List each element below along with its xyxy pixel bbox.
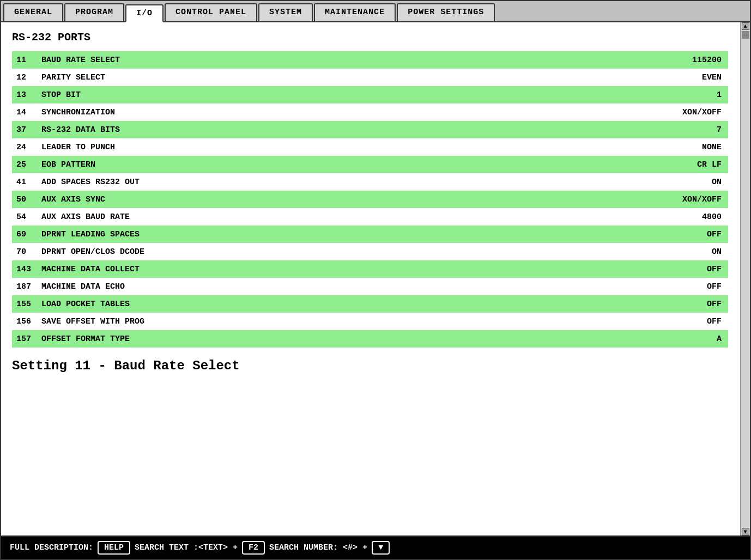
- row-value-41: ON: [608, 178, 728, 187]
- row-label-24: LEADER TO PUNCH: [39, 143, 608, 152]
- row-value-50: XON/XOFF: [608, 195, 728, 204]
- row-number-155: 155: [12, 300, 39, 309]
- setting-row-157[interactable]: 157 OFFSET FORMAT TYPE A: [12, 330, 728, 348]
- row-value-37: 7: [608, 125, 728, 135]
- row-number-37: 37: [12, 125, 39, 135]
- row-label-69: DPRNT LEADING SPACES: [39, 230, 608, 239]
- row-value-70: ON: [608, 247, 728, 257]
- tab-control-panel[interactable]: CONTROL PANEL: [165, 3, 257, 21]
- row-label-11: BAUD RATE SELECT: [39, 56, 608, 65]
- row-value-14: XON/XOFF: [608, 108, 728, 117]
- row-value-24: NONE: [608, 143, 728, 152]
- row-label-155: LOAD POCKET TABLES: [39, 300, 608, 309]
- row-number-24: 24: [12, 143, 39, 152]
- row-label-14: SYNCHRONIZATION: [39, 108, 608, 117]
- row-number-69: 69: [12, 230, 39, 239]
- row-label-70: DPRNT OPEN/CLOS DCODE: [39, 247, 608, 257]
- description-area: Setting 11 - Baud Rate Select: [12, 348, 739, 530]
- row-number-156: 156: [12, 317, 39, 326]
- row-number-13: 13: [12, 90, 39, 100]
- setting-row-25[interactable]: 25 EOB PATTERN CR LF: [12, 156, 728, 173]
- row-number-11: 11: [12, 56, 39, 65]
- row-number-54: 54: [12, 212, 39, 222]
- setting-row-37[interactable]: 37 RS-232 DATA BITS 7: [12, 121, 728, 138]
- setting-row-24[interactable]: 24 LEADER TO PUNCH NONE: [12, 138, 728, 156]
- scroll-up-arrow[interactable]: ▲: [742, 22, 749, 30]
- row-label-41: ADD SPACES RS232 OUT: [39, 178, 608, 187]
- row-label-25: EOB PATTERN: [39, 160, 608, 169]
- row-label-157: OFFSET FORMAT TYPE: [39, 334, 608, 344]
- row-number-70: 70: [12, 247, 39, 257]
- arrow-down-button[interactable]: ▼: [372, 541, 390, 555]
- setting-row-155[interactable]: 155 LOAD POCKET TABLES OFF: [12, 295, 728, 313]
- row-value-11: 115200: [608, 56, 728, 65]
- row-value-155: OFF: [608, 300, 728, 309]
- row-label-143: MACHINE DATA COLLECT: [39, 265, 608, 274]
- help-button[interactable]: HELP: [98, 541, 130, 555]
- row-label-12: PARITY SELECT: [39, 73, 608, 82]
- row-number-187: 187: [12, 282, 39, 291]
- row-number-12: 12: [12, 73, 39, 82]
- row-number-41: 41: [12, 178, 39, 187]
- f2-button[interactable]: F2: [242, 541, 265, 555]
- section-title: RS-232 PORTS: [12, 31, 739, 44]
- full-description-label: FULL DESCRIPTION:: [10, 543, 93, 552]
- setting-row-143[interactable]: 143 MACHINE DATA COLLECT OFF: [12, 260, 728, 278]
- setting-row-13[interactable]: 13 STOP BIT 1: [12, 86, 728, 104]
- row-value-156: OFF: [608, 317, 728, 326]
- setting-row-11[interactable]: 11 BAUD RATE SELECT 115200: [12, 51, 728, 69]
- row-label-54: AUX AXIS BAUD RATE: [39, 212, 608, 222]
- tab-bar: GENERAL PROGRAM I/O CONTROL PANEL SYSTEM…: [1, 1, 750, 22]
- setting-row-14[interactable]: 14 SYNCHRONIZATION XON/XOFF: [12, 104, 728, 121]
- row-value-157: A: [608, 334, 728, 344]
- row-label-13: STOP BIT: [39, 90, 608, 100]
- row-value-143: OFF: [608, 265, 728, 274]
- scroll-thumb[interactable]: [742, 31, 749, 39]
- scrollbar-track[interactable]: ▲ ▼: [740, 22, 750, 535]
- row-number-25: 25: [12, 160, 39, 169]
- search-number-label: SEARCH NUMBER: <#> +: [269, 543, 367, 552]
- row-value-12: EVEN: [608, 73, 728, 82]
- setting-row-70[interactable]: 70 DPRNT OPEN/CLOS DCODE ON: [12, 243, 728, 260]
- settings-list: 11 BAUD RATE SELECT 115200 12 PARITY SEL…: [12, 51, 728, 348]
- setting-row-50[interactable]: 50 AUX AXIS SYNC XON/XOFF: [12, 191, 728, 208]
- setting-row-69[interactable]: 69 DPRNT LEADING SPACES OFF: [12, 226, 728, 243]
- row-value-13: 1: [608, 90, 728, 100]
- content-wrapper: RS-232 PORTS 11 BAUD RATE SELECT 115200 …: [1, 22, 750, 535]
- setting-row-187[interactable]: 187 MACHINE DATA ECHO OFF: [12, 278, 728, 295]
- tab-system[interactable]: SYSTEM: [258, 3, 313, 21]
- row-number-157: 157: [12, 334, 39, 344]
- description-text: Setting 11 - Baud Rate Select: [12, 358, 240, 373]
- setting-row-156[interactable]: 156 SAVE OFFSET WITH PROG OFF: [12, 313, 728, 330]
- row-label-156: SAVE OFFSET WITH PROG: [39, 317, 608, 326]
- main-container: GENERAL PROGRAM I/O CONTROL PANEL SYSTEM…: [0, 0, 751, 560]
- tab-power-settings[interactable]: POWER SETTINGS: [397, 3, 495, 21]
- row-number-50: 50: [12, 195, 39, 204]
- row-label-187: MACHINE DATA ECHO: [39, 282, 608, 291]
- tab-program[interactable]: PROGRAM: [64, 3, 124, 21]
- setting-row-12[interactable]: 12 PARITY SELECT EVEN: [12, 69, 728, 86]
- row-label-50: AUX AXIS SYNC: [39, 195, 608, 204]
- row-number-14: 14: [12, 108, 39, 117]
- tab-maintenance[interactable]: MAINTENANCE: [314, 3, 396, 21]
- setting-row-41[interactable]: 41 ADD SPACES RS232 OUT ON: [12, 173, 728, 191]
- tab-io[interactable]: I/O: [125, 4, 163, 22]
- tab-general[interactable]: GENERAL: [3, 3, 63, 21]
- row-value-69: OFF: [608, 230, 728, 239]
- content-area: RS-232 PORTS 11 BAUD RATE SELECT 115200 …: [1, 22, 750, 535]
- row-value-187: OFF: [608, 282, 728, 291]
- row-label-37: RS-232 DATA BITS: [39, 125, 608, 135]
- row-number-143: 143: [12, 265, 39, 274]
- search-text-label: SEARCH TEXT :<TEXT> +: [135, 543, 238, 552]
- row-value-54: 4800: [608, 212, 728, 222]
- status-bar: FULL DESCRIPTION: HELP SEARCH TEXT :<TEX…: [1, 535, 750, 559]
- setting-row-54[interactable]: 54 AUX AXIS BAUD RATE 4800: [12, 208, 728, 226]
- scroll-down-arrow[interactable]: ▼: [742, 528, 749, 535]
- row-value-25: CR LF: [608, 160, 728, 169]
